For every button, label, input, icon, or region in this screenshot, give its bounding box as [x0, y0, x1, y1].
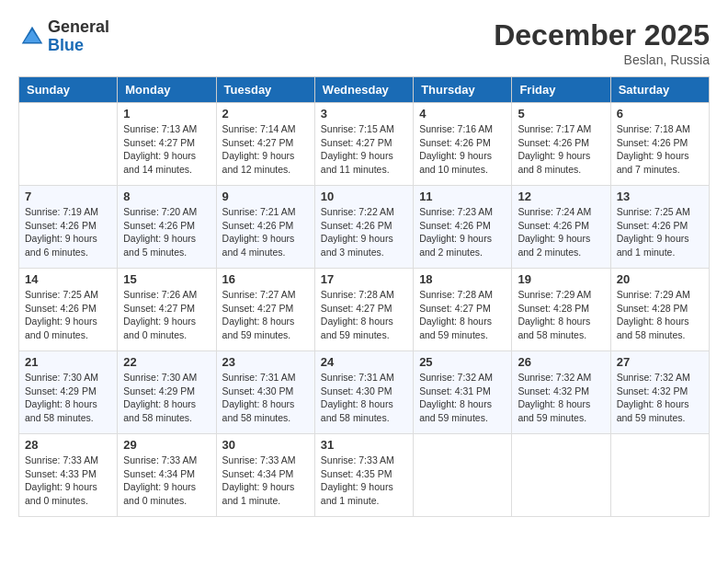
- calendar-cell: 30 Sunrise: 7:33 AM Sunset: 4:34 PM Dayl…: [216, 434, 314, 517]
- day-info: Sunrise: 7:18 AM Sunset: 4:26 PM Dayligh…: [617, 122, 703, 177]
- calendar-week-row: 21 Sunrise: 7:30 AM Sunset: 4:29 PM Dayl…: [19, 351, 710, 434]
- daylight-hours: Daylight: 9 hours and 2 minutes.: [419, 233, 492, 258]
- day-info: Sunrise: 7:33 AM Sunset: 4:33 PM Dayligh…: [25, 454, 111, 508]
- sunrise-time: Sunrise: 7:31 AM: [321, 372, 394, 383]
- calendar-cell: 26 Sunrise: 7:32 AM Sunset: 4:32 PM Dayl…: [512, 351, 610, 434]
- day-number: 1: [123, 107, 210, 121]
- day-info: Sunrise: 7:32 AM Sunset: 4:32 PM Dayligh…: [617, 371, 703, 425]
- sunset-time: Sunset: 4:30 PM: [222, 385, 294, 396]
- calendar-cell: 15 Sunrise: 7:26 AM Sunset: 4:27 PM Dayl…: [118, 269, 216, 351]
- day-info: Sunrise: 7:25 AM Sunset: 4:26 PM Dayligh…: [25, 288, 111, 342]
- daylight-hours: Daylight: 8 hours and 59 minutes.: [321, 316, 393, 340]
- location: Beslan, Russia: [494, 52, 710, 67]
- calendar-cell: 24 Sunrise: 7:31 AM Sunset: 4:30 PM Dayl…: [314, 351, 413, 434]
- day-number: 18: [419, 272, 506, 286]
- day-number: 24: [321, 355, 407, 369]
- calendar-week-row: 14 Sunrise: 7:25 AM Sunset: 4:26 PM Dayl…: [19, 269, 710, 351]
- daylight-hours: Daylight: 9 hours and 6 minutes.: [25, 233, 97, 258]
- day-info: Sunrise: 7:13 AM Sunset: 4:27 PM Dayligh…: [123, 122, 210, 177]
- calendar-cell: 12 Sunrise: 7:24 AM Sunset: 4:26 PM Dayl…: [512, 186, 610, 269]
- calendar-cell: [512, 434, 610, 517]
- sunset-time: Sunset: 4:34 PM: [123, 468, 195, 479]
- day-number: 4: [419, 107, 506, 121]
- logo: General Blue: [18, 18, 109, 55]
- day-number: 8: [123, 190, 210, 203]
- daylight-hours: Daylight: 8 hours and 59 minutes.: [617, 398, 689, 423]
- daylight-hours: Daylight: 9 hours and 14 minutes.: [123, 150, 196, 175]
- col-header-wednesday: Wednesday: [314, 77, 413, 103]
- day-number: 10: [321, 190, 407, 203]
- calendar-cell: 29 Sunrise: 7:33 AM Sunset: 4:34 PM Dayl…: [118, 434, 216, 517]
- day-info: Sunrise: 7:31 AM Sunset: 4:30 PM Dayligh…: [222, 371, 309, 425]
- day-number: 12: [518, 190, 604, 203]
- day-info: Sunrise: 7:19 AM Sunset: 4:26 PM Dayligh…: [25, 205, 111, 259]
- day-number: 11: [419, 190, 506, 203]
- logo-general: General: [48, 18, 109, 37]
- day-info: Sunrise: 7:32 AM Sunset: 4:31 PM Dayligh…: [419, 371, 506, 425]
- day-info: Sunrise: 7:21 AM Sunset: 4:26 PM Dayligh…: [222, 205, 309, 259]
- daylight-hours: Daylight: 9 hours and 1 minute.: [222, 481, 295, 506]
- sunrise-time: Sunrise: 7:28 AM: [419, 289, 493, 300]
- daylight-hours: Daylight: 8 hours and 59 minutes.: [419, 398, 492, 423]
- sunrise-time: Sunrise: 7:33 AM: [25, 454, 98, 465]
- day-number: 17: [321, 272, 407, 286]
- sunrise-time: Sunrise: 7:29 AM: [518, 289, 591, 300]
- sunrise-time: Sunrise: 7:31 AM: [222, 372, 296, 383]
- title-block: December 2025 Beslan, Russia: [494, 18, 710, 67]
- sunset-time: Sunset: 4:26 PM: [518, 220, 589, 231]
- sunset-time: Sunset: 4:27 PM: [222, 137, 294, 148]
- sunset-time: Sunset: 4:26 PM: [123, 220, 195, 231]
- calendar-cell: 19 Sunrise: 7:29 AM Sunset: 4:28 PM Dayl…: [512, 269, 610, 351]
- calendar-cell: 8 Sunrise: 7:20 AM Sunset: 4:26 PM Dayli…: [118, 186, 216, 269]
- daylight-hours: Daylight: 8 hours and 59 minutes.: [518, 398, 590, 423]
- sunset-time: Sunset: 4:32 PM: [518, 385, 589, 396]
- daylight-hours: Daylight: 8 hours and 59 minutes.: [222, 316, 295, 340]
- sunrise-time: Sunrise: 7:21 AM: [222, 206, 296, 217]
- day-number: 19: [518, 272, 604, 286]
- day-number: 16: [222, 272, 309, 286]
- day-info: Sunrise: 7:28 AM Sunset: 4:27 PM Dayligh…: [321, 288, 407, 342]
- sunset-time: Sunset: 4:32 PM: [617, 385, 688, 396]
- sunrise-time: Sunrise: 7:16 AM: [419, 123, 493, 134]
- col-header-sunday: Sunday: [19, 77, 118, 103]
- calendar-cell: 20 Sunrise: 7:29 AM Sunset: 4:28 PM Dayl…: [610, 269, 709, 351]
- day-info: Sunrise: 7:28 AM Sunset: 4:27 PM Dayligh…: [419, 288, 506, 342]
- sunrise-time: Sunrise: 7:33 AM: [222, 454, 296, 465]
- sunset-time: Sunset: 4:30 PM: [321, 385, 392, 396]
- calendar-cell: 9 Sunrise: 7:21 AM Sunset: 4:26 PM Dayli…: [216, 186, 314, 269]
- sunset-time: Sunset: 4:34 PM: [222, 468, 294, 479]
- sunset-time: Sunset: 4:27 PM: [321, 303, 392, 314]
- sunrise-time: Sunrise: 7:24 AM: [518, 206, 591, 217]
- calendar-cell: 18 Sunrise: 7:28 AM Sunset: 4:27 PM Dayl…: [414, 269, 512, 351]
- sunrise-time: Sunrise: 7:33 AM: [123, 454, 197, 465]
- calendar-header-row: SundayMondayTuesdayWednesdayThursdayFrid…: [19, 77, 710, 103]
- sunset-time: Sunset: 4:33 PM: [25, 468, 97, 479]
- sunrise-time: Sunrise: 7:13 AM: [123, 123, 197, 134]
- calendar-cell: 27 Sunrise: 7:32 AM Sunset: 4:32 PM Dayl…: [610, 351, 709, 434]
- sunset-time: Sunset: 4:27 PM: [123, 137, 195, 148]
- day-info: Sunrise: 7:22 AM Sunset: 4:26 PM Dayligh…: [321, 205, 407, 259]
- day-info: Sunrise: 7:14 AM Sunset: 4:27 PM Dayligh…: [222, 122, 309, 177]
- sunrise-time: Sunrise: 7:30 AM: [123, 372, 197, 383]
- sunrise-time: Sunrise: 7:32 AM: [419, 372, 493, 383]
- daylight-hours: Daylight: 8 hours and 58 minutes.: [321, 398, 393, 423]
- calendar-cell: 4 Sunrise: 7:16 AM Sunset: 4:26 PM Dayli…: [414, 103, 512, 186]
- calendar-cell: [610, 434, 709, 517]
- day-info: Sunrise: 7:29 AM Sunset: 4:28 PM Dayligh…: [617, 288, 703, 342]
- day-info: Sunrise: 7:26 AM Sunset: 4:27 PM Dayligh…: [123, 288, 210, 342]
- daylight-hours: Daylight: 8 hours and 58 minutes.: [222, 398, 295, 423]
- day-info: Sunrise: 7:24 AM Sunset: 4:26 PM Dayligh…: [518, 205, 604, 259]
- calendar-cell: 28 Sunrise: 7:33 AM Sunset: 4:33 PM Dayl…: [19, 434, 118, 517]
- logo-icon: [18, 23, 46, 51]
- sunset-time: Sunset: 4:26 PM: [617, 137, 688, 148]
- col-header-saturday: Saturday: [610, 77, 709, 103]
- day-number: 23: [222, 355, 309, 369]
- sunrise-time: Sunrise: 7:32 AM: [518, 372, 591, 383]
- day-info: Sunrise: 7:16 AM Sunset: 4:26 PM Dayligh…: [419, 122, 506, 177]
- sunrise-time: Sunrise: 7:27 AM: [222, 289, 296, 300]
- day-number: 9: [222, 190, 309, 203]
- sunrise-time: Sunrise: 7:15 AM: [321, 123, 394, 134]
- calendar-cell: 7 Sunrise: 7:19 AM Sunset: 4:26 PM Dayli…: [19, 186, 118, 269]
- daylight-hours: Daylight: 9 hours and 5 minutes.: [123, 233, 196, 258]
- sunset-time: Sunset: 4:27 PM: [222, 303, 294, 314]
